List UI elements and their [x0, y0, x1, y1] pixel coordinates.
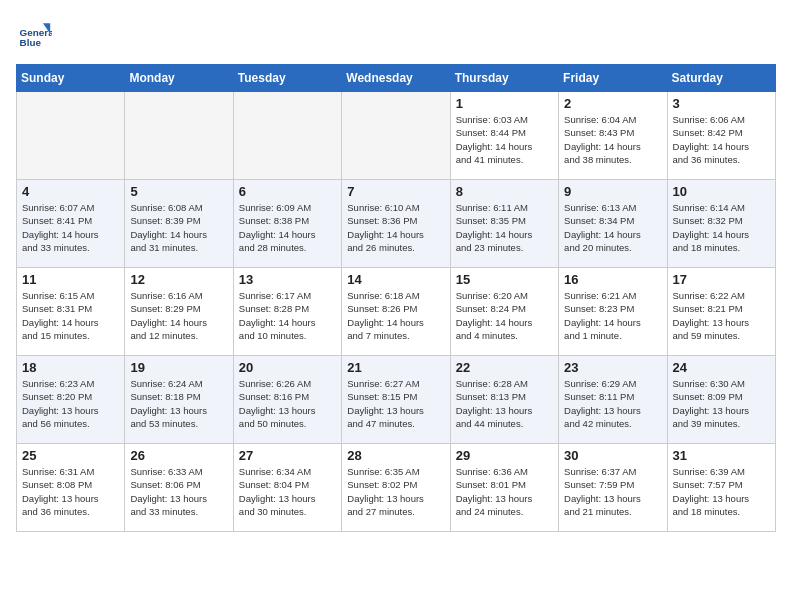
day-number: 10 — [673, 184, 770, 199]
empty-cell — [342, 92, 450, 180]
day-number: 18 — [22, 360, 119, 375]
day-cell-18: 18Sunrise: 6:23 AM Sunset: 8:20 PM Dayli… — [17, 356, 125, 444]
weekday-header-wednesday: Wednesday — [342, 65, 450, 92]
day-cell-26: 26Sunrise: 6:33 AM Sunset: 8:06 PM Dayli… — [125, 444, 233, 532]
day-info: Sunrise: 6:06 AM Sunset: 8:42 PM Dayligh… — [673, 113, 770, 166]
day-info: Sunrise: 6:29 AM Sunset: 8:11 PM Dayligh… — [564, 377, 661, 430]
day-number: 28 — [347, 448, 444, 463]
day-info: Sunrise: 6:31 AM Sunset: 8:08 PM Dayligh… — [22, 465, 119, 518]
day-info: Sunrise: 6:33 AM Sunset: 8:06 PM Dayligh… — [130, 465, 227, 518]
day-number: 27 — [239, 448, 336, 463]
calendar-table: SundayMondayTuesdayWednesdayThursdayFrid… — [16, 64, 776, 532]
day-info: Sunrise: 6:26 AM Sunset: 8:16 PM Dayligh… — [239, 377, 336, 430]
day-number: 23 — [564, 360, 661, 375]
week-row-5: 25Sunrise: 6:31 AM Sunset: 8:08 PM Dayli… — [17, 444, 776, 532]
day-number: 19 — [130, 360, 227, 375]
day-info: Sunrise: 6:16 AM Sunset: 8:29 PM Dayligh… — [130, 289, 227, 342]
day-cell-23: 23Sunrise: 6:29 AM Sunset: 8:11 PM Dayli… — [559, 356, 667, 444]
day-number: 11 — [22, 272, 119, 287]
day-number: 13 — [239, 272, 336, 287]
week-row-1: 1Sunrise: 6:03 AM Sunset: 8:44 PM Daylig… — [17, 92, 776, 180]
day-info: Sunrise: 6:39 AM Sunset: 7:57 PM Dayligh… — [673, 465, 770, 518]
day-info: Sunrise: 6:13 AM Sunset: 8:34 PM Dayligh… — [564, 201, 661, 254]
day-info: Sunrise: 6:17 AM Sunset: 8:28 PM Dayligh… — [239, 289, 336, 342]
day-cell-15: 15Sunrise: 6:20 AM Sunset: 8:24 PM Dayli… — [450, 268, 558, 356]
day-info: Sunrise: 6:37 AM Sunset: 7:59 PM Dayligh… — [564, 465, 661, 518]
day-cell-16: 16Sunrise: 6:21 AM Sunset: 8:23 PM Dayli… — [559, 268, 667, 356]
day-info: Sunrise: 6:20 AM Sunset: 8:24 PM Dayligh… — [456, 289, 553, 342]
day-info: Sunrise: 6:36 AM Sunset: 8:01 PM Dayligh… — [456, 465, 553, 518]
weekday-header-row: SundayMondayTuesdayWednesdayThursdayFrid… — [17, 65, 776, 92]
day-cell-12: 12Sunrise: 6:16 AM Sunset: 8:29 PM Dayli… — [125, 268, 233, 356]
day-cell-14: 14Sunrise: 6:18 AM Sunset: 8:26 PM Dayli… — [342, 268, 450, 356]
day-number: 8 — [456, 184, 553, 199]
weekday-header-monday: Monday — [125, 65, 233, 92]
day-number: 29 — [456, 448, 553, 463]
day-number: 9 — [564, 184, 661, 199]
day-cell-21: 21Sunrise: 6:27 AM Sunset: 8:15 PM Dayli… — [342, 356, 450, 444]
day-cell-27: 27Sunrise: 6:34 AM Sunset: 8:04 PM Dayli… — [233, 444, 341, 532]
day-number: 20 — [239, 360, 336, 375]
day-cell-2: 2Sunrise: 6:04 AM Sunset: 8:43 PM Daylig… — [559, 92, 667, 180]
day-number: 26 — [130, 448, 227, 463]
day-cell-20: 20Sunrise: 6:26 AM Sunset: 8:16 PM Dayli… — [233, 356, 341, 444]
day-info: Sunrise: 6:03 AM Sunset: 8:44 PM Dayligh… — [456, 113, 553, 166]
day-cell-8: 8Sunrise: 6:11 AM Sunset: 8:35 PM Daylig… — [450, 180, 558, 268]
day-cell-28: 28Sunrise: 6:35 AM Sunset: 8:02 PM Dayli… — [342, 444, 450, 532]
week-row-2: 4Sunrise: 6:07 AM Sunset: 8:41 PM Daylig… — [17, 180, 776, 268]
day-number: 7 — [347, 184, 444, 199]
day-info: Sunrise: 6:08 AM Sunset: 8:39 PM Dayligh… — [130, 201, 227, 254]
logo: General Blue — [16, 16, 56, 52]
day-cell-4: 4Sunrise: 6:07 AM Sunset: 8:41 PM Daylig… — [17, 180, 125, 268]
day-number: 1 — [456, 96, 553, 111]
day-cell-9: 9Sunrise: 6:13 AM Sunset: 8:34 PM Daylig… — [559, 180, 667, 268]
weekday-header-friday: Friday — [559, 65, 667, 92]
day-number: 2 — [564, 96, 661, 111]
day-number: 30 — [564, 448, 661, 463]
day-cell-7: 7Sunrise: 6:10 AM Sunset: 8:36 PM Daylig… — [342, 180, 450, 268]
day-number: 3 — [673, 96, 770, 111]
day-number: 25 — [22, 448, 119, 463]
day-number: 12 — [130, 272, 227, 287]
svg-text:Blue: Blue — [20, 37, 42, 48]
day-info: Sunrise: 6:09 AM Sunset: 8:38 PM Dayligh… — [239, 201, 336, 254]
day-cell-11: 11Sunrise: 6:15 AM Sunset: 8:31 PM Dayli… — [17, 268, 125, 356]
day-info: Sunrise: 6:27 AM Sunset: 8:15 PM Dayligh… — [347, 377, 444, 430]
day-number: 24 — [673, 360, 770, 375]
day-number: 16 — [564, 272, 661, 287]
day-info: Sunrise: 6:34 AM Sunset: 8:04 PM Dayligh… — [239, 465, 336, 518]
day-number: 21 — [347, 360, 444, 375]
page-header: General Blue — [16, 16, 776, 52]
day-info: Sunrise: 6:21 AM Sunset: 8:23 PM Dayligh… — [564, 289, 661, 342]
day-number: 22 — [456, 360, 553, 375]
empty-cell — [233, 92, 341, 180]
day-cell-24: 24Sunrise: 6:30 AM Sunset: 8:09 PM Dayli… — [667, 356, 775, 444]
day-cell-1: 1Sunrise: 6:03 AM Sunset: 8:44 PM Daylig… — [450, 92, 558, 180]
empty-cell — [125, 92, 233, 180]
day-cell-19: 19Sunrise: 6:24 AM Sunset: 8:18 PM Dayli… — [125, 356, 233, 444]
day-number: 15 — [456, 272, 553, 287]
day-number: 31 — [673, 448, 770, 463]
day-cell-31: 31Sunrise: 6:39 AM Sunset: 7:57 PM Dayli… — [667, 444, 775, 532]
day-cell-3: 3Sunrise: 6:06 AM Sunset: 8:42 PM Daylig… — [667, 92, 775, 180]
empty-cell — [17, 92, 125, 180]
day-cell-29: 29Sunrise: 6:36 AM Sunset: 8:01 PM Dayli… — [450, 444, 558, 532]
day-cell-22: 22Sunrise: 6:28 AM Sunset: 8:13 PM Dayli… — [450, 356, 558, 444]
weekday-header-thursday: Thursday — [450, 65, 558, 92]
weekday-header-tuesday: Tuesday — [233, 65, 341, 92]
day-number: 17 — [673, 272, 770, 287]
day-number: 4 — [22, 184, 119, 199]
day-cell-5: 5Sunrise: 6:08 AM Sunset: 8:39 PM Daylig… — [125, 180, 233, 268]
weekday-header-saturday: Saturday — [667, 65, 775, 92]
day-info: Sunrise: 6:35 AM Sunset: 8:02 PM Dayligh… — [347, 465, 444, 518]
day-info: Sunrise: 6:18 AM Sunset: 8:26 PM Dayligh… — [347, 289, 444, 342]
day-number: 5 — [130, 184, 227, 199]
day-info: Sunrise: 6:24 AM Sunset: 8:18 PM Dayligh… — [130, 377, 227, 430]
day-cell-6: 6Sunrise: 6:09 AM Sunset: 8:38 PM Daylig… — [233, 180, 341, 268]
day-info: Sunrise: 6:04 AM Sunset: 8:43 PM Dayligh… — [564, 113, 661, 166]
day-number: 14 — [347, 272, 444, 287]
day-number: 6 — [239, 184, 336, 199]
day-cell-17: 17Sunrise: 6:22 AM Sunset: 8:21 PM Dayli… — [667, 268, 775, 356]
day-info: Sunrise: 6:23 AM Sunset: 8:20 PM Dayligh… — [22, 377, 119, 430]
day-info: Sunrise: 6:28 AM Sunset: 8:13 PM Dayligh… — [456, 377, 553, 430]
